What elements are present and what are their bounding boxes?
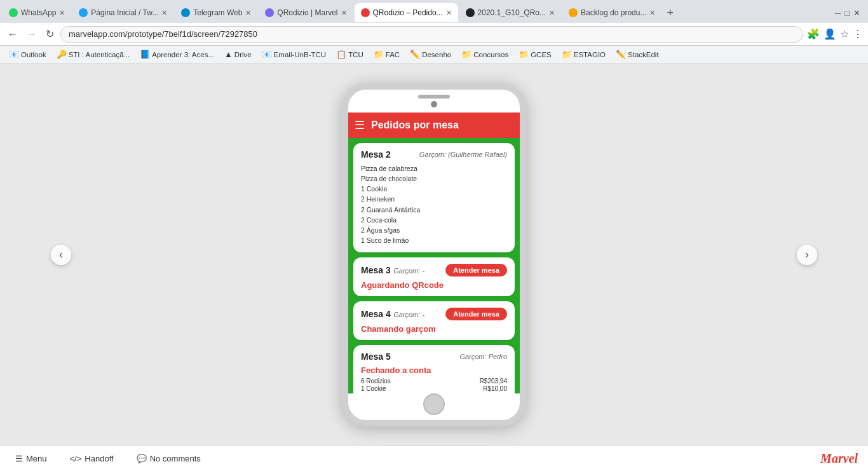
mesa2-item-3: 1 Cookie [361, 184, 507, 194]
tab-close-qrodizio-marvel[interactable]: ✕ [341, 9, 347, 17]
mesa4-status: Chamando garçom [361, 324, 507, 334]
address-input[interactable] [60, 26, 803, 43]
mesa5-item-price-2: R$10,00 [483, 385, 507, 392]
comments-label: No comments [150, 454, 201, 463]
bookmark-icon-concursos: 📁 [461, 50, 471, 59]
tab-close-g10[interactable]: ✕ [549, 9, 555, 17]
mesa2-item-4: 2 Heineken [361, 194, 507, 204]
mesa5-billing-row-1: 6 Rodizios R$203,94 [361, 378, 507, 385]
mesa2-item-2: Pizza de chocolate [361, 174, 507, 184]
mesa2-header: Mesa 2 Garçom: (Guilherme Rafael) [361, 149, 507, 160]
tab-label: QRodizio | Marvel [277, 8, 337, 17]
bookmark-outlook[interactable]: 📧 Outlook [5, 48, 50, 60]
tab-favicon-pagina [79, 8, 88, 17]
bookmark-icon-aprender: 📘 [140, 50, 150, 59]
tab-close-pagina[interactable]: ✕ [161, 9, 167, 17]
mesa3-title-garcom: Mesa 3 Garçom: - [361, 264, 424, 276]
tab-2020-g10[interactable]: 2020.1_G10_QRo... ✕ [459, 3, 561, 22]
tab-qrodizio-marvel[interactable]: QRodizio | Marvel ✕ [259, 3, 353, 22]
tab-whatsapp[interactable]: WhatsApp ✕ [3, 3, 71, 22]
bookmark-icon-stackedit: ✏️ [616, 50, 626, 59]
menu-icon[interactable]: ⋮ [853, 28, 863, 40]
mesa5-item-price-3: R$24,00 [483, 393, 507, 393]
bookmark-icon-desenho: ✏️ [410, 50, 420, 59]
mesa4-title-garcom: Mesa 4 Garçom: - [361, 308, 424, 320]
menu-button[interactable]: ☰ Menu [10, 451, 52, 466]
bookmark-icon-sti: 🔑 [57, 50, 67, 59]
tab-telegram[interactable]: Telegram Web ✕ [175, 3, 257, 22]
back-button[interactable]: ← [5, 27, 20, 41]
menu-lines-icon: ☰ [15, 454, 23, 463]
left-arrow-button[interactable]: ‹ [51, 245, 71, 265]
mesa3-title: Mesa 3 [361, 265, 391, 275]
phone-home-button[interactable] [423, 393, 445, 415]
app-title: Pedidos por mesa [371, 119, 459, 131]
bottom-toolbar: ☰ Menu </> Handoff 💬 No comments Marvel [0, 446, 868, 471]
bookmark-label-email-unb: Email-UnB-TCU [274, 51, 326, 58]
mesa5-billing-row-2: 1 Cookie R$10,00 [361, 385, 507, 392]
mesa3-status: Aguardando QRcode [361, 280, 507, 290]
maximize-button[interactable]: □ [844, 8, 850, 18]
comments-button[interactable]: 💬 No comments [132, 451, 206, 466]
minimize-button[interactable]: ─ [835, 8, 841, 18]
app-header: ☰ Pedidos por mesa [348, 113, 520, 138]
bookmark-icon-tcu: 📋 [336, 50, 346, 59]
mesa5-title: Mesa 5 [361, 352, 391, 362]
extensions-icon[interactable]: 🧩 [807, 28, 820, 40]
bookmark-desenho[interactable]: ✏️ Desenho [406, 48, 455, 60]
bookmark-label-concursos: Concursos [473, 51, 508, 58]
mesa-card-4: Mesa 4 Garçom: - Atender mesa Chamando g… [353, 301, 515, 340]
tab-favicon-backlog [569, 8, 578, 17]
bookmark-drive[interactable]: ▲ Drive [220, 48, 255, 60]
close-button[interactable]: ✕ [853, 8, 860, 18]
profile-icon[interactable]: 👤 [824, 28, 836, 40]
bookmark-concursos[interactable]: 📁 Concursos [458, 48, 512, 60]
phone-screen: ☰ Pedidos por mesa Mesa 2 Garçom: (Guilh… [348, 113, 520, 393]
bookmark-aprender[interactable]: 📘 Aprender 3: Aces... [136, 48, 218, 60]
bookmark-sti[interactable]: 🔑 STI : Autenticaçã... [53, 48, 134, 60]
mesa2-title: Mesa 2 [361, 149, 391, 160]
handoff-label: Handoff [85, 454, 113, 463]
atender-mesa3-button[interactable]: Atender mesa [445, 264, 507, 276]
tab-qrodizio-pedido[interactable]: QRodizio – Pedido... ✕ [355, 3, 458, 22]
bookmark-label-aprender: Aprender 3: Aces... [152, 51, 214, 58]
tab-close-telegram[interactable]: ✕ [245, 9, 251, 17]
forward-button[interactable]: → [24, 27, 39, 41]
mesa5-item-price-1: R$203,94 [480, 378, 507, 385]
phone-mockup: ☰ Pedidos por mesa Mesa 2 Garçom: (Guilh… [342, 83, 526, 427]
tab-favicon-telegram [181, 8, 190, 17]
bookmark-label-sti: STI : Autenticaçã... [69, 51, 130, 58]
bookmark-label-gces: GCES [531, 51, 552, 58]
new-tab-button[interactable]: + [663, 7, 677, 18]
bookmark-icon-gces: 📁 [519, 50, 529, 59]
hamburger-icon[interactable]: ☰ [355, 118, 365, 132]
mesa5-item-name-2: 1 Cookie [361, 385, 386, 392]
atender-mesa4-button[interactable]: Atender mesa [445, 308, 507, 320]
right-arrow-button[interactable]: › [797, 245, 817, 265]
bookmark-estagio[interactable]: 📁 ESTAGIO [558, 48, 609, 60]
tab-pagina-inicial[interactable]: Página Inicial / Tw... ✕ [72, 3, 173, 22]
tab-favicon-g10 [466, 8, 475, 17]
bookmark-email-unb[interactable]: 📧 Email-UnB-TCU [258, 48, 330, 60]
mesa5-status: Fechando a conta [361, 365, 507, 375]
star-icon[interactable]: ☆ [840, 28, 849, 40]
main-content: ‹ ☰ Pedidos por mesa Mesa 2 [0, 64, 868, 446]
browser-chrome: WhatsApp ✕ Página Inicial / Tw... ✕ Tele… [0, 0, 868, 64]
bookmark-tcu[interactable]: 📋 TCU [332, 48, 367, 60]
code-icon: </> [70, 454, 82, 463]
bookmark-fac[interactable]: 📁 FAC [370, 48, 403, 60]
mesa4-garcom: Garçom: - [393, 311, 424, 318]
tab-close-qrodizio-pedido[interactable]: ✕ [446, 9, 452, 17]
marvel-logo: Marvel [820, 451, 858, 466]
tab-close-backlog[interactable]: ✕ [649, 9, 655, 17]
handoff-button[interactable]: </> Handoff [65, 451, 119, 466]
bookmark-label-desenho: Desenho [422, 51, 451, 58]
bookmark-gces[interactable]: 📁 GCES [515, 48, 555, 60]
mesa2-item-1: Pizza de calabreza [361, 163, 507, 174]
tab-close-whatsapp[interactable]: ✕ [59, 9, 65, 17]
tab-backlog[interactable]: Backlog do produ... ✕ [562, 3, 661, 22]
tab-label: WhatsApp [21, 8, 56, 17]
bookmark-icon-fac: 📁 [374, 50, 384, 59]
bookmark-stackedit[interactable]: ✏️ StackEdit [612, 48, 663, 60]
refresh-button[interactable]: ↻ [43, 27, 57, 41]
